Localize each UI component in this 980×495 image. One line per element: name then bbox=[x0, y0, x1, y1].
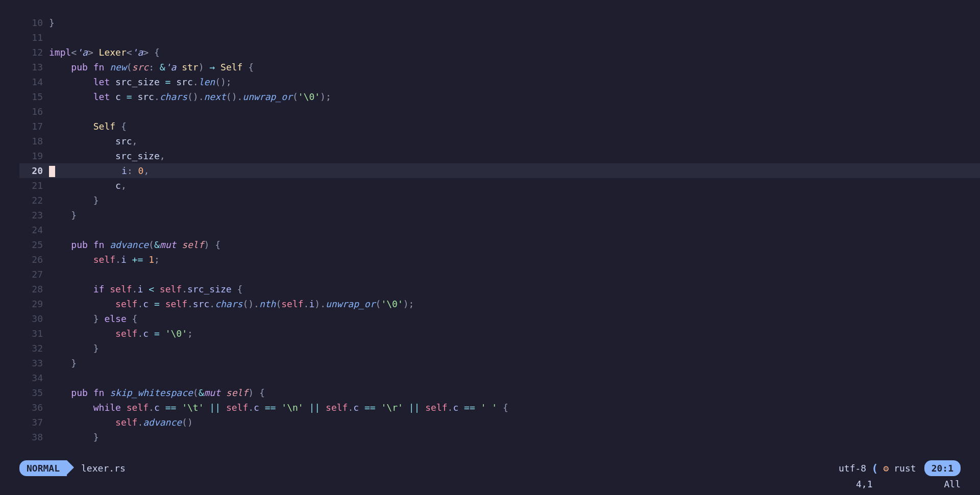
line-number: 12 bbox=[19, 45, 49, 59]
line-number: 15 bbox=[19, 90, 49, 104]
code-content[interactable]: self.advance() bbox=[49, 415, 980, 429]
code-content[interactable]: pub fn advance(&mut self) { bbox=[49, 238, 980, 252]
line-number: 35 bbox=[19, 386, 49, 400]
ruler-line: 4,1 All bbox=[856, 477, 961, 491]
code-content[interactable]: } else { bbox=[49, 312, 980, 326]
line-number: 24 bbox=[19, 223, 49, 237]
code-content[interactable]: } bbox=[49, 430, 980, 444]
code-line[interactable]: 21 c, bbox=[19, 178, 980, 193]
ruler-percent: All bbox=[944, 477, 961, 491]
code-line[interactable]: 14 let src_size = src.len(); bbox=[19, 75, 980, 89]
code-line[interactable]: 15 let c = src.chars().next().unwrap_or(… bbox=[19, 89, 980, 104]
code-content[interactable]: } bbox=[49, 193, 980, 207]
filetype-label: rust bbox=[894, 461, 916, 475]
ruler-position: 4,1 bbox=[856, 477, 873, 491]
code-content[interactable]: } bbox=[49, 16, 980, 30]
line-number: 30 bbox=[19, 312, 49, 326]
code-line[interactable]: 33 } bbox=[19, 356, 980, 370]
code-line[interactable]: 35 pub fn skip_whitespace(&mut self) { bbox=[19, 385, 980, 400]
code-line[interactable]: 11 bbox=[19, 30, 980, 45]
code-content[interactable]: self.c = '\0'; bbox=[49, 327, 980, 340]
line-number: 20 bbox=[19, 164, 49, 178]
line-number: 13 bbox=[19, 60, 49, 74]
line-number: 22 bbox=[19, 193, 49, 207]
code-content[interactable]: Self { bbox=[49, 119, 980, 133]
filename-label: lexer.rs bbox=[81, 461, 126, 475]
code-line[interactable]: 20 i: 0, bbox=[19, 163, 980, 178]
code-line[interactable]: 31 self.c = '\0'; bbox=[19, 326, 980, 341]
code-content[interactable]: let c = src.chars().next().unwrap_or('\0… bbox=[49, 90, 980, 104]
line-number: 33 bbox=[19, 356, 49, 370]
cursor-block bbox=[49, 166, 55, 177]
code-content[interactable]: let src_size = src.len(); bbox=[49, 75, 980, 89]
line-number: 16 bbox=[19, 105, 49, 118]
rust-filetype-icon: ⚙ bbox=[883, 461, 889, 475]
line-number: 23 bbox=[19, 208, 49, 222]
code-line[interactable]: 10} bbox=[19, 15, 980, 30]
line-number: 17 bbox=[19, 119, 49, 133]
code-content[interactable]: impl<'a> Lexer<'a> { bbox=[49, 45, 980, 59]
code-content[interactable]: src, bbox=[49, 134, 980, 148]
code-line[interactable]: 28 if self.i < self.src_size { bbox=[19, 282, 980, 296]
separator-paren-icon: ( bbox=[871, 460, 878, 477]
code-content[interactable]: self.i += 1; bbox=[49, 253, 980, 266]
line-number: 25 bbox=[19, 238, 49, 252]
line-number: 31 bbox=[19, 327, 49, 340]
code-content[interactable]: } bbox=[49, 208, 980, 222]
code-line[interactable]: 34 bbox=[19, 370, 980, 385]
line-number: 18 bbox=[19, 134, 49, 148]
line-number: 28 bbox=[19, 282, 49, 296]
line-number: 29 bbox=[19, 297, 49, 311]
code-line[interactable]: 17 Self { bbox=[19, 119, 980, 134]
code-line[interactable]: 22 } bbox=[19, 193, 980, 208]
code-line[interactable]: 38 } bbox=[19, 430, 980, 444]
code-line[interactable]: 32 } bbox=[19, 341, 980, 356]
code-line[interactable]: 25 pub fn advance(&mut self) { bbox=[19, 237, 980, 252]
status-right-section: utf-8 ( ⚙ rust 20:1 bbox=[839, 460, 961, 477]
code-content[interactable]: } bbox=[49, 356, 980, 370]
line-number: 11 bbox=[19, 31, 49, 44]
code-line[interactable]: 18 src, bbox=[19, 134, 980, 148]
line-number: 38 bbox=[19, 430, 49, 444]
code-line[interactable]: 30 } else { bbox=[19, 311, 980, 326]
vim-mode-badge: NORMAL bbox=[19, 460, 67, 476]
code-line[interactable]: 36 while self.c == '\t' || self.c == '\n… bbox=[19, 400, 980, 415]
code-line[interactable]: 37 self.advance() bbox=[19, 415, 980, 430]
line-number: 32 bbox=[19, 341, 49, 355]
line-number: 19 bbox=[19, 149, 49, 163]
line-number: 10 bbox=[19, 16, 49, 30]
code-line[interactable]: 12impl<'a> Lexer<'a> { bbox=[19, 45, 980, 60]
line-number: 27 bbox=[19, 267, 49, 281]
code-content[interactable]: pub fn new(src: &'a str) → Self { bbox=[49, 60, 980, 74]
code-content[interactable]: self.c = self.src.chars().nth(self.i).un… bbox=[49, 297, 980, 311]
code-editor[interactable]: 10}1112impl<'a> Lexer<'a> {13 pub fn new… bbox=[0, 15, 980, 444]
code-content[interactable]: } bbox=[49, 341, 980, 355]
cursor-position-badge: 20:1 bbox=[924, 460, 961, 476]
line-number: 36 bbox=[19, 401, 49, 414]
code-line[interactable]: 24 bbox=[19, 222, 980, 237]
code-content[interactable]: while self.c == '\t' || self.c == '\n' |… bbox=[49, 401, 980, 414]
encoding-label: utf-8 bbox=[839, 461, 866, 475]
line-number: 21 bbox=[19, 179, 49, 192]
status-bar: NORMAL lexer.rs utf-8 ( ⚙ rust 20:1 bbox=[19, 460, 961, 476]
code-line[interactable]: 13 pub fn new(src: &'a str) → Self { bbox=[19, 60, 980, 75]
line-number: 26 bbox=[19, 253, 49, 266]
line-number: 34 bbox=[19, 371, 49, 385]
code-line[interactable]: 23 } bbox=[19, 208, 980, 222]
code-line[interactable]: 16 bbox=[19, 104, 980, 119]
code-line[interactable]: 26 self.i += 1; bbox=[19, 252, 980, 267]
code-content[interactable]: if self.i < self.src_size { bbox=[49, 282, 980, 296]
line-number: 14 bbox=[19, 75, 49, 89]
line-number: 37 bbox=[19, 415, 49, 429]
code-line[interactable]: 29 self.c = self.src.chars().nth(self.i)… bbox=[19, 296, 980, 311]
code-content[interactable]: c, bbox=[49, 179, 980, 192]
code-content[interactable]: i: 0, bbox=[49, 164, 980, 178]
code-line[interactable]: 19 src_size, bbox=[19, 148, 980, 163]
code-content[interactable]: pub fn skip_whitespace(&mut self) { bbox=[49, 386, 980, 400]
code-line[interactable]: 27 bbox=[19, 267, 980, 282]
code-content[interactable]: src_size, bbox=[49, 149, 980, 163]
